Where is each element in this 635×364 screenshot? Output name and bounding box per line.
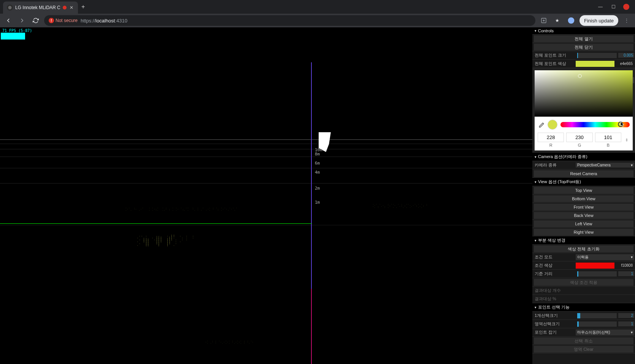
- menu-icon[interactable]: ⋮: [621, 15, 632, 26]
- axis-x: [0, 223, 312, 224]
- point-cloud: .. . .. . || . . . . .. . ||| .||. . . .…: [137, 233, 297, 248]
- content-area: 71 FPS (5-87) 10m8m6m4m2m1m . . . . . . …: [0, 27, 635, 364]
- rgb-b-label: B: [595, 143, 621, 147]
- base-dist-slider[interactable]: [577, 271, 617, 277]
- cond-color-label: 조건 색상: [533, 263, 576, 268]
- cond-color-swatch[interactable]: [576, 263, 614, 269]
- bookmark-star-icon[interactable]: ★: [552, 15, 563, 26]
- point-color-hex: e4e665: [616, 62, 634, 66]
- ruler-label: 8m: [315, 152, 320, 157]
- open-all-button[interactable]: 전체 열기: [534, 35, 633, 42]
- view-button[interactable]: Bottom View: [534, 195, 633, 202]
- base-dist-value[interactable]: 1: [618, 271, 634, 276]
- area-sel-value[interactable]: 1: [618, 321, 634, 326]
- recording-icon: [63, 6, 67, 9]
- color-format-toggle[interactable]: ⇕: [624, 138, 630, 142]
- fps-graph: [1, 33, 25, 40]
- view-button[interactable]: Top View: [534, 187, 633, 194]
- point-cloud: . . . . . . . . . . . . . . . . . . . . …: [205, 339, 304, 345]
- saturation-value-area[interactable]: [535, 70, 633, 117]
- view-button[interactable]: Left View: [534, 220, 633, 227]
- ruler-label: 2m: [315, 186, 320, 191]
- point-cloud: . . . . .. . . .. . . . . . . .. . . . .…: [373, 202, 494, 209]
- point-snap-label: 포인트 잡기: [533, 329, 576, 335]
- point-size-label: 전체 포인트 크기: [533, 52, 576, 58]
- tab-close-button[interactable]: ✕: [69, 5, 74, 10]
- favicon-icon: [7, 5, 13, 11]
- view-button[interactable]: Front View: [534, 204, 633, 210]
- cond-color-hex: f10808: [616, 263, 634, 267]
- reset-camera-button[interactable]: Reset Camera: [534, 170, 633, 177]
- profile-avatar[interactable]: [566, 15, 576, 26]
- eyedropper-icon[interactable]: [538, 121, 545, 128]
- point-color-row: 전체 포인트 색상 e4e665: [532, 60, 635, 68]
- base-dist-label: 기준 거리: [533, 271, 576, 277]
- rgb-g-input[interactable]: [566, 133, 592, 142]
- window-close-button[interactable]: [621, 2, 632, 11]
- sv-cursor[interactable]: [578, 74, 582, 78]
- point-select-folder[interactable]: 포인트 선택 기능: [532, 303, 635, 312]
- grid-line: [0, 157, 532, 157]
- view-button[interactable]: Right View: [534, 229, 633, 236]
- chevron-down-icon: ▾: [631, 330, 633, 334]
- region-clear-button[interactable]: 영역 Clear: [534, 346, 633, 353]
- security-text: Not secure: [56, 18, 78, 23]
- back-button[interactable]: [3, 15, 14, 26]
- point-cloud: . . . . . . . . . . . . .. . . . . . . .…: [125, 206, 323, 212]
- point-snap-select[interactable]: 마우스이동(미선택)▾: [576, 329, 634, 336]
- 3d-viewport[interactable]: 71 FPS (5-87) 10m8m6m4m2m1m . . . . . . …: [0, 27, 532, 364]
- point-color-swatch[interactable]: [576, 61, 614, 67]
- point-size-value[interactable]: 0.005: [618, 53, 634, 58]
- new-tab-button[interactable]: +: [78, 3, 89, 10]
- rgb-g-label: G: [566, 143, 592, 147]
- current-color-swatch: [548, 120, 557, 130]
- rgb-r-label: R: [538, 143, 564, 147]
- rgb-b-input[interactable]: [595, 133, 621, 142]
- chevron-down-icon: ▾: [631, 255, 633, 259]
- color-reset-button[interactable]: 색상 전체 초기화: [534, 245, 633, 252]
- close-all-button[interactable]: 전체 닫기: [534, 44, 633, 51]
- security-warning[interactable]: ! Not secure: [49, 18, 78, 23]
- svg-point-2: [568, 17, 575, 24]
- tab-title: LG Innotek MLiDAR C: [15, 5, 60, 10]
- apply-cond-button[interactable]: 색상 조건 적용: [534, 279, 633, 286]
- cond-mode-select[interactable]: 이력용▾: [576, 254, 634, 260]
- cond-mode-label: 조건 모드: [533, 254, 576, 260]
- single-sel-slider[interactable]: [577, 313, 617, 318]
- cancel-selection-button[interactable]: 선택 취소: [534, 337, 633, 344]
- axis-y: [311, 62, 312, 364]
- address-bar[interactable]: ! Not secure https://localhost:4310: [44, 15, 535, 26]
- point-size-slider[interactable]: [577, 53, 617, 58]
- camera-type-label: 카메라 종류: [533, 162, 576, 168]
- camera-type-select[interactable]: PerspectiveCamera▾: [576, 163, 634, 168]
- url-text: https://localhost:4310: [81, 18, 127, 24]
- result-count-label: 결과대상 개수: [533, 288, 576, 293]
- finish-update-button[interactable]: Finish update: [579, 15, 618, 26]
- grid-line: [0, 149, 532, 149]
- install-pwa-icon[interactable]: [538, 15, 549, 26]
- window-minimize-button[interactable]: —: [595, 2, 606, 11]
- single-sel-value[interactable]: 2: [618, 313, 634, 318]
- view-folder[interactable]: View 옵션 (Top/Font등): [532, 178, 635, 186]
- forward-button[interactable]: [17, 15, 27, 26]
- color-picker: 2: [532, 68, 635, 153]
- hue-slider[interactable]: [560, 122, 630, 127]
- grid-line: [0, 225, 532, 225]
- reload-button[interactable]: [30, 15, 41, 26]
- navbar: ! Not secure https://localhost:4310 ★ Fi…: [0, 14, 635, 27]
- camera-folder[interactable]: Camera 옵션(카메라 종류): [532, 153, 635, 161]
- view-button[interactable]: Back View: [534, 212, 633, 219]
- chevron-down-icon: ▾: [631, 163, 633, 167]
- horizon-line: [0, 139, 532, 140]
- point-color-label: 전체 포인트 색상: [533, 61, 576, 66]
- controls-folder[interactable]: Controls: [532, 27, 635, 35]
- browser-tab[interactable]: LG Innotek MLiDAR C ✕: [3, 2, 78, 14]
- ruler-label: 6m: [315, 161, 320, 166]
- rgb-r-input[interactable]: [538, 133, 564, 142]
- point-size-row: 전체 포인트 크기 0.005: [532, 51, 635, 60]
- partial-color-folder[interactable]: 부분 색상 변경: [532, 236, 635, 245]
- window-maximize-button[interactable]: ☐: [608, 2, 619, 11]
- warning-icon: !: [49, 18, 54, 23]
- ruler-label: 4m: [315, 170, 320, 175]
- area-sel-slider[interactable]: [577, 321, 617, 327]
